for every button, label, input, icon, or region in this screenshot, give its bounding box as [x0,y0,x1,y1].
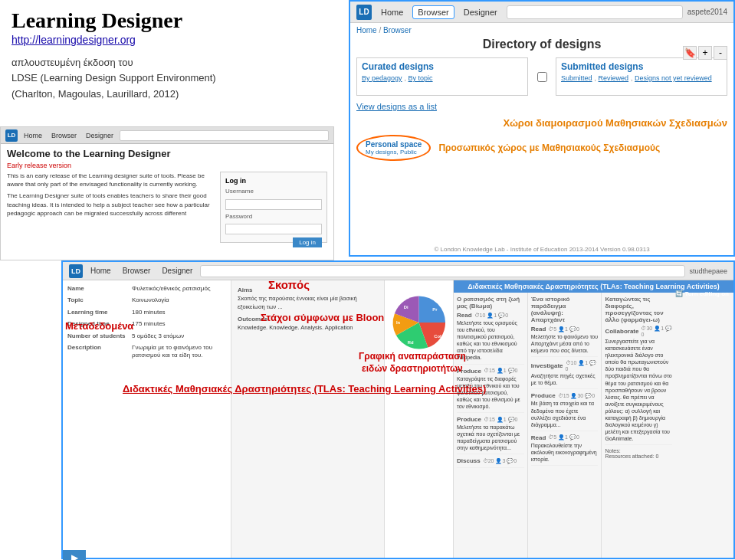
meta-desc-label: Description [67,344,129,360]
bottom-address-bar[interactable] [200,265,685,277]
curated-designs-card: Curated designs By pedagogy, By topic [356,57,528,96]
personal-space-title[interactable]: Personal space [366,140,422,149]
chart-section: Pr Col Rd In Di [385,280,454,559]
tla-col2-header: Ένα ιστορικό παράδειγμα (ανάλυψη): Απαρτ… [531,296,599,323]
tla-type: Read [457,312,472,319]
tla-col-3: Καταγώντας τις διαφορές, προσεγγίζοντας … [602,293,675,559]
bottom-panel: LD Home Browser Designer studthepaee Nam… [61,260,735,559]
welcome-logo: LD [5,129,18,142]
username-input[interactable] [225,199,322,210]
svg-text:In: In [396,320,401,325]
my-designs-link[interactable]: My designs [366,149,396,156]
public-link[interactable]: Public [400,149,417,156]
designs-checkbox[interactable] [537,72,547,82]
tla-counts: ⏱5 👤1 💬0 [548,434,579,440]
subtitle2: LDSE (Learning Design Support Environmen… [11,70,333,87]
subtitle-block: απλουστευμένη έκδοση του LDSE (Learning … [11,55,333,103]
tla-counts: ⏱10 👤1 💬0 [474,313,508,319]
browser-nav-designer[interactable]: Designer [459,6,502,18]
subtitle3: (Charlton, Magoulas, Laurillard, 2012) [11,87,333,103]
welcome-nav-designer[interactable]: Designer [83,131,116,140]
bottom-logo: LD [69,264,83,278]
main-url[interactable]: http://learningdesigner.org [11,34,333,46]
tla-counts: ⏱30 👤1 💬0 [641,326,672,337]
tla-item-header: Discuss ⏱20 👤3 💬0 [457,457,524,464]
curated-title[interactable]: Curated designs [362,61,523,72]
submitted-links: Submitted, Reviewed, Designs not yet rev… [561,74,722,82]
welcome-nav-home[interactable]: Home [21,131,45,140]
submitted-link[interactable]: Submitted [561,74,592,82]
welcome-screenshot: LD Home Browser Designer Welcome to the … [0,126,334,260]
meta-lt-row: Learning time 180 minutes [67,309,226,316]
sharing-label: Χώροι διαμοιρασμού Μαθησιακών Σχεδιασμών [356,117,727,129]
dir-minus-btn[interactable]: - [714,46,727,60]
tla-item-header: Collaborate ⏱30 👤1 💬0 [605,326,672,337]
password-input[interactable] [225,224,322,234]
tla-header-label: Διδακτικές Μαθησιακές Δραστηριότητες (TL… [468,283,719,290]
tla-item-header: Produce ⏱15 👤1 💬0 [457,368,524,375]
password-label: Password [225,213,322,220]
svg-text:Di: Di [404,305,409,309]
browser-content: Home / Browser Directory of designs 🔖 + … [350,23,733,255]
svg-text:Rd: Rd [408,340,414,345]
tla-item: Read ⏱10 👤1 💬0 Μελετήστε τους ορισμούς τ… [457,312,524,365]
tla-type: Read [531,326,546,332]
browser-chrome: LD Home Browser Designer aspete2014 [350,2,733,23]
meta-students-value: 5 ομάδες 3 ατόμων [132,332,184,340]
bottom-nav-browser[interactable]: Browser [119,266,155,276]
tla-item-header: Produce ⏱15 👤30 💬0 [531,392,599,399]
tla-col-2: Ένα ιστορικό παράδειγμα (ανάλυψη): Απαρτ… [528,293,602,559]
login-button[interactable]: Log in [293,237,322,247]
tla-text: Αναζητήστε πηγές σχετικές με το θέμα. [531,372,599,386]
tla-item: Produce ⏱15 👤30 💬0 Με βάση τα στοιχεία κ… [531,392,599,431]
bottom-nav-home[interactable]: Home [87,266,115,276]
dir-bookmark-btn[interactable]: 🔖 [683,46,697,60]
browser-logo: LD [356,5,372,20]
meta-lt-value: 180 minutes [132,309,166,316]
bottom-main: Name Φυλετικός/εθνικός ρατσισμός Topic Κ… [63,280,733,559]
welcome-nav-browser[interactable]: Browser [48,131,80,140]
tla-item-header: Read ⏱10 👤1 💬0 [457,312,524,319]
tla-type: Produce [457,368,481,375]
meta-topic-row: Topic Κοινωνολογία [67,296,226,304]
personal-space-oval: Personal space My designs, Public [356,135,431,161]
tla-item-header: Read ⏱5 👤1 💬0 [531,434,599,441]
browser-footer: © London Knowledge Lab - Institute of Ed… [350,246,733,253]
view-list[interactable]: View designs as a list [356,102,727,111]
welcome-address-bar[interactable] [120,130,329,141]
tla-type: Produce [457,416,481,423]
tla-type: Produce [531,392,556,399]
meta-topic-value: Κοινωνολογία [132,296,169,304]
curated-by-pedagogy[interactable]: By pedagogy [362,74,402,82]
main-title: Learning Designer [11,8,333,34]
tla-item-header: Investigate ⏱10 👤1 💬0 [531,360,599,372]
tla-text: Συνεργαστείτε για να κατασκευάσετε έναν … [605,338,672,442]
meta-lt-label: Learning time [67,309,129,316]
username-label: Username [225,188,322,195]
turn-editing-on[interactable]: 🔄 Turn editing on [675,290,729,297]
tla-item-header: Produce ⏱15 👤1 💬0 [457,416,524,423]
scope-aims-text: Σκοπός της παρούσας έννοιας είναι μία βα… [238,295,378,311]
scope-section: Aims Σκοπός της παρούσας έννοιας είναι μ… [231,280,385,559]
play-button[interactable]: ▶ [63,550,86,560]
tla-item: Read ⏱5 👤1 💬0 Μελετήστε το φαινόμενο του… [531,326,599,357]
tla-text: Καταγράψτε τις διαφορές μεταξύ του εθνικ… [457,375,524,410]
curated-by-topic[interactable]: By topic [409,74,433,82]
not-reviewed-link[interactable]: Designs not yet reviewed [635,74,712,82]
tla-item: Produce ⏱15 👤1 💬0 Καταγράψτε τις διαφορέ… [457,368,524,413]
submitted-designs-card: Submitted designs Submitted, Reviewed, D… [556,57,727,96]
submitted-title[interactable]: Submitted designs [561,61,722,72]
tla-header: Διδακτικές Μαθησιακές Δραστηριότητες (TL… [454,280,733,293]
bottom-nav-designer[interactable]: Designer [158,266,196,276]
browser-nav-home[interactable]: Home [376,6,408,18]
reviewed-link[interactable]: Reviewed [599,74,629,82]
welcome-text1: This is an early release of the Learning… [7,172,214,188]
browser-nav-browser[interactable]: Browser [412,5,454,19]
tla-item: Discuss ⏱20 👤3 💬0 [457,457,524,468]
dir-add-btn[interactable]: + [698,46,712,60]
welcome-text2: The Learning Designer suite of tools ena… [7,192,214,218]
tla-item: Produce ⏱15 👤1 💬0 Μελετήστε τα παρακάτω … [457,416,524,454]
browser-address-bar[interactable] [507,5,683,19]
meta-dt-value: 175 minutes [132,320,166,328]
tla-text: Μελετήστε τα παρακάτω σχετικά που σχετίζ… [457,424,524,451]
